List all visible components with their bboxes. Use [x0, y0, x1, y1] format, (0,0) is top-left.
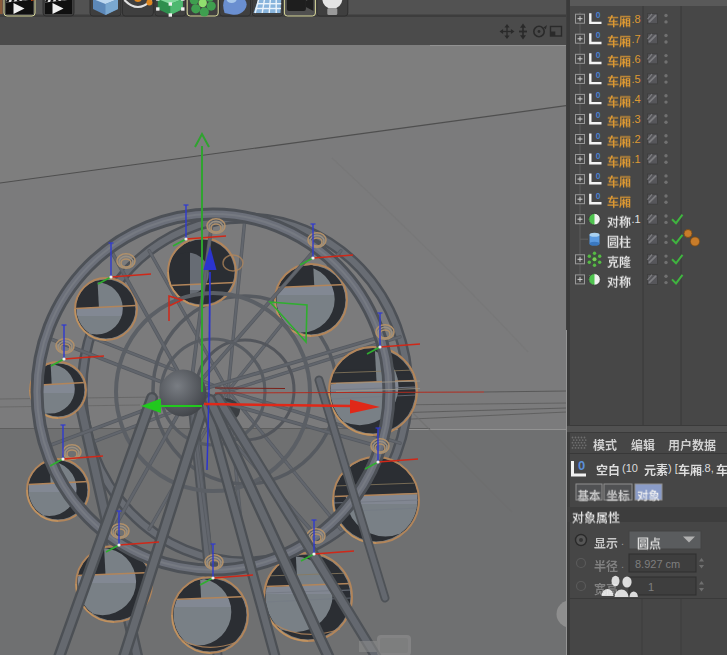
svg-text:(10: (10	[622, 462, 638, 474]
svg-text:.1: .1	[632, 213, 641, 225]
svg-text:0: 0	[596, 151, 601, 161]
svg-text:.5: .5	[632, 73, 641, 85]
svg-text:0: 0	[596, 10, 601, 20]
svg-text:.8: .8	[632, 13, 641, 25]
svg-text:0: 0	[596, 90, 601, 100]
svg-text:8.927 cm: 8.927 cm	[635, 558, 680, 570]
svg-text:0: 0	[596, 70, 601, 80]
svg-text:0: 0	[596, 131, 601, 141]
svg-text:.8,: .8,	[702, 462, 714, 474]
svg-text:0: 0	[596, 171, 601, 181]
svg-text:1: 1	[648, 581, 654, 593]
svg-text:.2: .2	[632, 133, 641, 145]
svg-text:.1: .1	[632, 153, 641, 165]
svg-text:0: 0	[578, 458, 585, 473]
svg-text:.: .	[621, 535, 624, 547]
svg-text:0: 0	[596, 50, 601, 60]
svg-text:0: 0	[596, 110, 601, 120]
svg-text:0: 0	[596, 30, 601, 40]
svg-text:0: 0	[596, 191, 601, 201]
svg-text:.4: .4	[632, 93, 641, 105]
svg-text:.3: .3	[632, 113, 641, 125]
svg-text:.6: .6	[632, 53, 641, 65]
svg-text:) [: ) [	[668, 462, 678, 474]
svg-text:.7: .7	[632, 33, 641, 45]
svg-text:.: .	[621, 558, 624, 570]
